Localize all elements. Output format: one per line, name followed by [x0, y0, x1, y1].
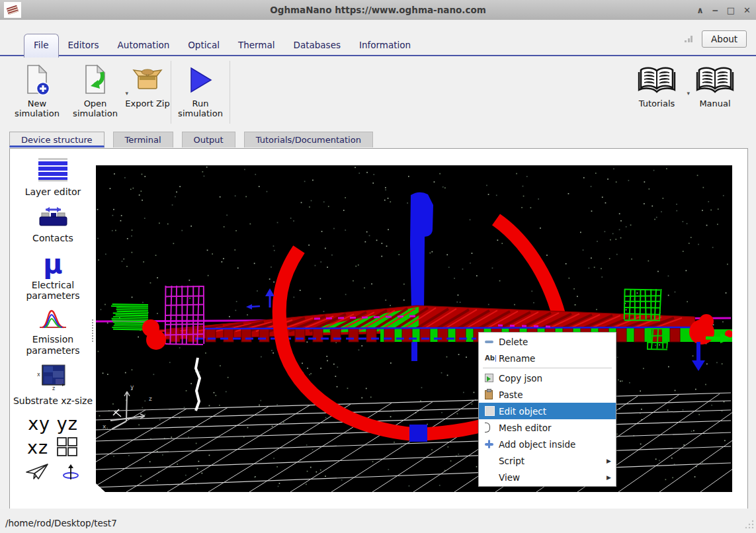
corner-artifact	[96, 483, 105, 492]
tab-editors[interactable]: Editors	[59, 34, 108, 56]
export-zip-button[interactable]: Export Zip	[124, 58, 171, 108]
tab-automation[interactable]: Automation	[108, 34, 179, 56]
contacts-icon	[34, 204, 72, 230]
blue-handle-square	[409, 425, 427, 442]
blue-axis-arrow	[692, 342, 705, 371]
copy-icon	[485, 374, 499, 382]
sidebar-view-tools	[25, 462, 81, 484]
tab-device-structure[interactable]: Device structure	[9, 132, 105, 147]
menu-item-mesh-editor[interactable]: Mesh editor	[479, 419, 616, 436]
box-icon	[132, 63, 163, 97]
current-path: /home/rod/Desktop/test7	[5, 518, 117, 528]
sidebar-item-contacts[interactable]: Contacts	[32, 204, 73, 244]
tab-file[interactable]: File	[24, 34, 59, 58]
tab-databases[interactable]: Databases	[284, 34, 350, 56]
svg-text:z: z	[149, 395, 152, 402]
axis-gizmo: z x y	[103, 384, 152, 430]
menu-item-add-object-inside[interactable]: Add object inside	[479, 436, 616, 452]
svg-text:z: z	[52, 386, 55, 391]
sidebar-item-emission-parameters[interactable]: Emission parameters	[10, 308, 96, 356]
layers-icon	[36, 157, 69, 184]
red-arc-right	[496, 220, 559, 315]
four-pane-icon[interactable]	[56, 436, 79, 458]
ribbon: File Editors Automation Optical Thermal …	[0, 20, 756, 130]
device-slab[interactable]	[146, 306, 732, 342]
toolbar-overflow-icon[interactable]	[685, 36, 693, 42]
sidebar-item-layer-editor[interactable]: Layer editor	[25, 157, 81, 198]
maximize-button[interactable]: □	[727, 5, 735, 15]
menu-item-view[interactable]: View ▶	[479, 469, 616, 485]
menu-item-paste[interactable]: Paste	[479, 386, 616, 403]
resize-grip[interactable]	[745, 519, 754, 530]
rename-icon: Ab	[485, 355, 499, 362]
svg-text:x: x	[103, 423, 106, 430]
view-tab-bar: Device structure Terminal Output Tutoria…	[9, 132, 373, 147]
new-simulation-button[interactable]: New simulation	[8, 58, 66, 119]
open-document-icon	[81, 63, 109, 97]
small-blue-arrow	[246, 288, 274, 309]
open-simulation-button[interactable]: ▾ Open simulation	[66, 58, 124, 119]
submenu-arrow-icon: ▶	[607, 458, 611, 464]
context-menu: Delete Ab Rename Copy json Paste Edit ob…	[478, 332, 616, 487]
tutorials-button[interactable]: ▾ Tutorials	[628, 58, 686, 108]
mesh-bracket-icon	[485, 423, 499, 432]
menu-item-edit-object[interactable]: Edit object	[479, 403, 616, 419]
about-button[interactable]: About	[702, 30, 747, 48]
plus-icon	[485, 440, 499, 448]
3d-viewport[interactable]: z x y	[96, 165, 732, 492]
run-simulation-button[interactable]: Run simulation	[171, 58, 230, 119]
svg-text:y: y	[130, 384, 134, 390]
substrate-image-icon: x z	[36, 363, 70, 393]
titlebar[interactable]: OghmaNano https://www.oghma-nano.com ∧ ‒…	[0, 0, 756, 20]
tab-thermal[interactable]: Thermal	[229, 34, 284, 56]
square-icon	[485, 406, 499, 416]
tab-optical[interactable]: Optical	[179, 34, 229, 56]
sidebar-item-substrate-xz-size[interactable]: x z Substrate xz-size	[13, 363, 93, 407]
sidebar-item-electrical-parameters[interactable]: μ Electrical parameters	[10, 251, 96, 302]
new-document-icon	[23, 63, 51, 97]
window-title: OghmaNano https://www.oghma-nano.com	[0, 5, 756, 15]
menu-item-delete[interactable]: Delete	[479, 333, 616, 350]
mu-icon: μ	[43, 251, 62, 277]
rotate-axis-icon[interactable]	[61, 462, 81, 484]
toolbar-separator	[230, 61, 230, 124]
white-scribble	[196, 358, 200, 411]
shade-button[interactable]: ∧	[696, 5, 704, 15]
menu-separator	[483, 368, 612, 368]
play-icon	[187, 63, 214, 97]
toolbar: New simulation ▾ Open simulation	[0, 58, 756, 130]
tab-terminal[interactable]: Terminal	[113, 132, 173, 147]
paper-plane-icon[interactable]	[25, 463, 50, 483]
paste-icon	[485, 390, 499, 399]
menu-tab-bar: File Editors Automation Optical Thermal …	[0, 20, 756, 56]
tab-underline	[0, 55, 756, 56]
submenu-arrow-icon: ▶	[607, 474, 611, 481]
device-structure-panel: Layer editor Contacts μ Electrical param…	[9, 148, 748, 509]
sidebar: Layer editor Contacts μ Electrical param…	[10, 157, 96, 491]
menu-item-script[interactable]: Script ▶	[479, 452, 616, 469]
spectrum-icon	[36, 308, 70, 331]
svg-text:x: x	[37, 372, 40, 378]
sidebar-drag-handle[interactable]	[92, 319, 93, 342]
app-icon	[4, 2, 21, 18]
manual-button[interactable]: Manual	[686, 58, 744, 108]
tab-tutorials-documentation[interactable]: Tutorials/Documentation	[244, 132, 373, 147]
minus-icon	[485, 341, 499, 343]
red-sphere-left	[142, 319, 166, 350]
tab-output[interactable]: Output	[182, 132, 235, 147]
menu-item-rename[interactable]: Ab Rename	[479, 350, 616, 366]
open-book-icon	[696, 63, 734, 97]
sidebar-item-xy-yz[interactable]: xy yz	[28, 413, 78, 434]
statusbar: /home/rod/Desktop/test7	[0, 509, 756, 533]
minimize-button[interactable]: ‒	[712, 5, 718, 15]
tab-information[interactable]: Information	[350, 34, 420, 56]
close-button[interactable]: ✕	[743, 5, 751, 15]
sidebar-item-xz[interactable]: xz	[27, 436, 79, 458]
menu-item-copy-json[interactable]: Copy json	[479, 370, 616, 386]
open-book-icon	[638, 63, 676, 97]
